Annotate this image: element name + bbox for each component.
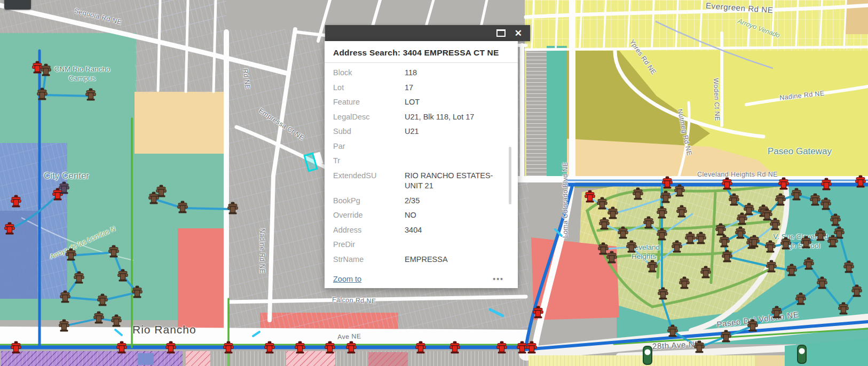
fire-hydrant-icon[interactable] [177, 201, 188, 213]
fire-hydrant-icon[interactable] [599, 217, 610, 230]
fire-hydrant-icon[interactable] [729, 193, 739, 206]
fire-hydrant-icon[interactable] [660, 190, 671, 203]
fire-hydrant-icon[interactable] [643, 216, 654, 229]
close-icon[interactable]: ✕ [515, 29, 522, 38]
fire-hydrant-icon[interactable] [815, 228, 826, 241]
fire-hydrant-icon[interactable] [771, 306, 782, 319]
fire-hydrant-icon[interactable] [810, 193, 820, 206]
fire-hydrant-icon[interactable] [517, 341, 527, 354]
fire-hydrant-icon[interactable] [647, 260, 658, 273]
fire-hydrant-icon[interactable] [496, 341, 507, 354]
fire-hydrant-icon[interactable] [795, 292, 806, 305]
fire-hydrant-icon[interactable] [132, 285, 143, 298]
fire-hydrant-icon[interactable] [820, 197, 831, 210]
fire-hydrant-icon[interactable] [762, 208, 772, 221]
fire-hydrant-icon[interactable] [606, 251, 617, 264]
fire-hydrant-icon[interactable] [415, 341, 426, 354]
fire-hydrant-icon[interactable] [37, 87, 48, 100]
fire-hydrant-icon[interactable] [117, 269, 128, 282]
fire-hydrant-icon[interactable] [766, 260, 777, 273]
valve-marker-icon[interactable] [641, 346, 654, 365]
fire-hydrant-icon[interactable] [626, 240, 637, 253]
fire-hydrant-icon[interactable] [526, 341, 537, 354]
fire-hydrant-icon[interactable] [765, 240, 776, 253]
fire-hydrant-icon[interactable] [851, 284, 862, 297]
fire-hydrant-icon[interactable] [585, 190, 595, 203]
fire-hydrant-icon[interactable] [662, 176, 673, 189]
map-canvas[interactable]: Sequoia Rd NECNM Rio Rancho CampusCity C… [0, 0, 868, 366]
fire-hydrant-icon[interactable] [657, 206, 667, 219]
maximize-icon[interactable] [496, 29, 506, 37]
fire-hydrant-icon[interactable] [827, 235, 838, 248]
fire-hydrant-icon[interactable] [786, 264, 797, 276]
fire-hydrant-icon[interactable] [838, 302, 849, 315]
fire-hydrant-icon[interactable] [74, 271, 84, 284]
fire-hydrant-icon[interactable] [803, 257, 814, 270]
fire-hydrant-icon[interactable] [696, 232, 706, 244]
overflow-menu-icon[interactable]: ••• [493, 275, 504, 283]
fire-hydrant-icon[interactable] [597, 197, 607, 210]
fire-hydrant-icon[interactable] [111, 314, 122, 327]
fire-hydrant-icon[interactable] [618, 226, 628, 239]
fire-hydrant-icon[interactable] [747, 319, 758, 332]
fire-hydrant-icon[interactable] [633, 187, 643, 200]
fire-hydrant-icon[interactable] [59, 319, 69, 332]
fire-hydrant-icon[interactable] [116, 341, 127, 354]
fire-hydrant-icon[interactable] [749, 235, 760, 248]
fire-hydrant-icon[interactable] [66, 248, 76, 261]
fire-hydrant-icon[interactable] [108, 245, 119, 258]
fire-hydrant-icon[interactable] [735, 226, 746, 239]
fire-hydrant-icon[interactable] [658, 287, 668, 300]
fire-hydrant-icon[interactable] [4, 222, 15, 235]
map-tool-button[interactable] [4, 0, 31, 10]
fire-hydrant-icon[interactable] [227, 202, 238, 214]
fire-hydrant-icon[interactable] [830, 213, 841, 226]
fire-hydrant-icon[interactable] [721, 330, 731, 343]
fire-hydrant-icon[interactable] [694, 340, 705, 353]
fire-hydrant-icon[interactable] [657, 228, 667, 241]
fire-hydrant-icon[interactable] [778, 177, 789, 190]
fire-hydrant-icon[interactable] [801, 236, 811, 249]
fire-hydrant-icon[interactable] [719, 235, 730, 248]
fire-hydrant-icon[interactable] [533, 306, 543, 319]
fire-hydrant-icon[interactable] [60, 290, 70, 303]
popup-scrollbar[interactable] [509, 147, 511, 204]
fire-hydrant-icon[interactable] [744, 203, 754, 216]
fire-hydrant-icon[interactable] [843, 260, 854, 273]
fire-hydrant-icon[interactable] [223, 341, 234, 354]
fire-hydrant-icon[interactable] [685, 232, 696, 244]
fire-hydrant-icon[interactable] [855, 175, 866, 188]
fire-hydrant-icon[interactable] [325, 341, 335, 354]
fire-hydrant-icon[interactable] [97, 293, 108, 306]
fire-hydrant-icon[interactable] [41, 63, 51, 76]
fire-hydrant-icon[interactable] [817, 276, 827, 289]
fire-hydrant-icon[interactable] [85, 88, 96, 101]
field-value: NO [405, 210, 509, 221]
fire-hydrant-icon[interactable] [775, 193, 786, 206]
fire-hydrant-icon[interactable] [780, 237, 791, 250]
fire-hydrant-icon[interactable] [449, 341, 460, 354]
fire-hydrant-icon[interactable] [821, 178, 832, 190]
fire-hydrant-icon[interactable] [722, 250, 732, 262]
fire-hydrant-icon[interactable] [672, 240, 682, 253]
fire-hydrant-icon[interactable] [722, 177, 732, 190]
fire-hydrant-icon[interactable] [93, 311, 104, 324]
fire-hydrant-icon[interactable] [148, 192, 159, 204]
fire-hydrant-icon[interactable] [674, 184, 685, 197]
zoom-to-link[interactable]: Zoom to [333, 275, 361, 283]
fire-hydrant-icon[interactable] [165, 341, 176, 354]
fire-hydrant-icon[interactable] [264, 341, 275, 354]
fire-hydrant-icon[interactable] [295, 341, 305, 354]
fire-hydrant-icon[interactable] [11, 341, 21, 354]
fire-hydrant-icon[interactable] [791, 188, 802, 201]
fire-hydrant-icon[interactable] [346, 341, 357, 354]
field-label: ExtendedSU [333, 171, 405, 181]
fire-hydrant-icon[interactable] [11, 195, 21, 208]
fire-hydrant-icon[interactable] [700, 266, 711, 279]
valve-marker-icon[interactable] [795, 345, 808, 364]
fire-hydrant-icon[interactable] [715, 223, 726, 236]
fire-hydrant-icon[interactable] [59, 181, 69, 194]
fire-hydrant-icon[interactable] [679, 276, 690, 289]
fire-hydrant-icon[interactable] [676, 205, 687, 218]
fire-hydrant-icon[interactable] [667, 324, 678, 337]
